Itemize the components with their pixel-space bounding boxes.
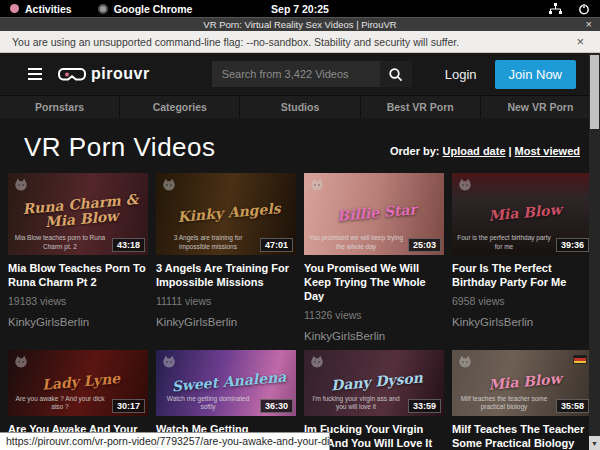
join-now-button[interactable]: Join Now — [495, 60, 576, 89]
studio-cat-logo-icon — [161, 177, 177, 193]
search-bar — [212, 61, 412, 87]
studio-cat-logo-icon — [457, 177, 473, 193]
order-by: Order by: Upload date|Most viewed — [390, 145, 580, 163]
thumbnail-caption: 3 Angels are training for impossible mis… — [160, 234, 256, 251]
video-thumbnail[interactable]: Mia Blow Four is the perfect birthday pa… — [452, 173, 592, 255]
scrollbar-thumb[interactable] — [590, 55, 599, 129]
thumbnail-script-text: Billie Star — [315, 200, 439, 225]
vr-goggles-icon — [58, 67, 86, 82]
video-thumbnail[interactable]: Mia Blow Milf teaches the teacher some p… — [452, 350, 592, 416]
menu-icon[interactable] — [28, 68, 42, 80]
thumbnail-script-text: Lady Lyne — [19, 369, 143, 394]
video-title-link[interactable]: Four Is The Perfect Birthday Party For M… — [452, 262, 592, 290]
thumbnail-script-text: Dany Dyson — [315, 369, 439, 394]
video-thumbnail[interactable]: Runa Charm & Mia Blow Mia Blow teaches p… — [8, 173, 148, 255]
view-count: 19183 views — [8, 295, 148, 307]
logo-text: pirouvr — [91, 65, 150, 83]
video-title-link[interactable]: Milf Teaches The Teacher Some Practical … — [452, 423, 592, 450]
duration-badge: 36:30 — [260, 399, 293, 413]
thumbnail-script-text: Mia Blow — [463, 200, 587, 225]
duration-badge: 30:17 — [112, 399, 145, 413]
thumbnail-script-text: Mia Blow — [463, 369, 587, 394]
video-card: Kinky Angels 3 Angels are training for i… — [156, 173, 296, 342]
studio-link[interactable]: KinkyGirlsBerlin — [8, 316, 148, 328]
duration-badge: 25:03 — [408, 238, 441, 252]
app-label: Google Chrome — [114, 3, 193, 15]
system-bar: Activities Google Chrome Sep 7 20:25 — [0, 0, 600, 17]
status-bar-url: https://pirouvr.com/vr-porn-video/779325… — [0, 432, 330, 450]
studio-cat-logo-icon — [457, 354, 473, 370]
studio-link[interactable]: KinkyGirlsBerlin — [452, 316, 592, 328]
nav-item-new-vr-porn[interactable]: New VR Porn — [481, 96, 600, 118]
video-thumbnail[interactable]: Sweet Analena Watch me getting dominated… — [156, 350, 296, 416]
thumbnail-caption: You promised we will keep trying the who… — [308, 234, 404, 251]
chrome-icon — [98, 4, 108, 14]
view-count: 6958 views — [452, 295, 592, 307]
view-count: 11111 views — [156, 295, 296, 307]
window-close-icon[interactable]: × — [586, 18, 592, 30]
video-card: Billie Star You promised we will keep tr… — [304, 173, 444, 342]
thumbnail-caption: Four is the perfect birthday party for m… — [456, 234, 552, 251]
studio-link[interactable]: KinkyGirlsBerlin — [156, 316, 296, 328]
page-head: VR Porn Videos Order by: Upload date|Mos… — [0, 118, 600, 165]
order-by-most-viewed[interactable]: Most viewed — [515, 145, 580, 157]
nav-item-best-vr-porn[interactable]: Best VR Porn — [361, 96, 481, 118]
chrome-infobar: You are using an unsupported command-lin… — [0, 31, 600, 53]
thumbnail-script-text: Kinky Angels — [167, 200, 291, 225]
window-title: VR Porn: Virtual Reality Sex Videos | Pi… — [203, 19, 396, 30]
video-thumbnail[interactable]: Dany Dyson I'm fucking your virgin ass a… — [304, 350, 444, 416]
video-thumbnail[interactable]: Billie Star You promised we will keep tr… — [304, 173, 444, 255]
studio-cat-logo-icon — [13, 354, 29, 370]
video-thumbnail[interactable]: Lady Lyne Are you awake ? And your dick … — [8, 350, 148, 416]
video-card: Mia Blow Four is the perfect birthday pa… — [452, 173, 592, 342]
search-button[interactable] — [380, 61, 412, 87]
duration-badge: 33:59 — [408, 399, 441, 413]
network-icon[interactable] — [549, 3, 562, 15]
thumbnail-script-text: Sweet Analena — [167, 369, 291, 394]
duration-badge: 39:36 — [556, 238, 589, 252]
thumbnail-caption: Mia Blow teaches porn to Runa Charm pt. … — [12, 234, 108, 251]
site-logo[interactable]: pirouvr — [58, 65, 150, 83]
thumbnail-caption: Milf teaches the teacher some practical … — [456, 395, 552, 412]
scrollbar[interactable]: ▼ — [589, 53, 600, 450]
german-flag-icon — [573, 355, 587, 364]
thumbnail-caption: Are you awake ? And your dick also ? — [12, 395, 108, 412]
video-card: Runa Charm & Mia Blow Mia Blow teaches p… — [8, 173, 148, 342]
search-icon — [388, 67, 403, 82]
app-indicator[interactable]: Google Chrome — [98, 3, 193, 15]
nav-item-pornstars[interactable]: Pornstars — [0, 96, 120, 118]
studio-link[interactable]: KinkyGirlsBerlin — [304, 330, 444, 342]
nav-item-studios[interactable]: Studios — [240, 96, 360, 118]
view-count: 11326 views — [304, 309, 444, 321]
video-card: Mia Blow Milf teaches the teacher some p… — [452, 350, 592, 450]
studio-cat-logo-icon — [309, 354, 325, 370]
duration-badge: 47:01 — [260, 238, 293, 252]
order-by-separator: | — [509, 145, 512, 157]
thumbnail-caption: I'm fucking your virgin ass and you will… — [308, 395, 404, 412]
studio-cat-logo-icon — [13, 177, 29, 193]
order-by-label: Order by: — [390, 145, 440, 157]
search-input[interactable] — [212, 61, 380, 87]
activities-label: Activities — [25, 3, 72, 15]
duration-badge: 43:18 — [112, 238, 145, 252]
clock[interactable]: Sep 7 20:25 — [271, 3, 329, 15]
main-nav: PornstarsCategoriesStudiosBest VR PornNe… — [0, 95, 600, 118]
duration-badge: 35:58 — [556, 399, 589, 413]
activities-button[interactable]: Activities — [10, 3, 72, 15]
video-title-link[interactable]: 3 Angels Are Training For Impossible Mis… — [156, 262, 296, 290]
thumbnail-caption: Watch me getting dominated softly — [160, 395, 256, 412]
video-thumbnail[interactable]: Kinky Angels 3 Angels are training for i… — [156, 173, 296, 255]
login-button[interactable]: Login — [445, 67, 477, 82]
video-title-link[interactable]: Mia Blow Teaches Porn To Runa Charm Pt 2 — [8, 262, 148, 290]
nav-item-categories[interactable]: Categories — [120, 96, 240, 118]
studio-cat-logo-icon — [161, 354, 177, 370]
infobar-message: You are using an unsupported command-lin… — [12, 36, 459, 48]
thumbnail-script-text: Runa Charm & Mia Blow — [18, 192, 143, 232]
distro-logo-icon — [10, 4, 19, 13]
scroll-down-icon[interactable]: ▼ — [589, 436, 600, 450]
order-by-upload-date[interactable]: Upload date — [443, 145, 506, 157]
infobar-close-icon[interactable]: × — [576, 34, 588, 49]
video-title-link[interactable]: You Promised We Will Keep Trying The Who… — [304, 262, 444, 304]
power-icon[interactable] — [578, 3, 590, 15]
page-title: VR Porn Videos — [24, 132, 216, 163]
